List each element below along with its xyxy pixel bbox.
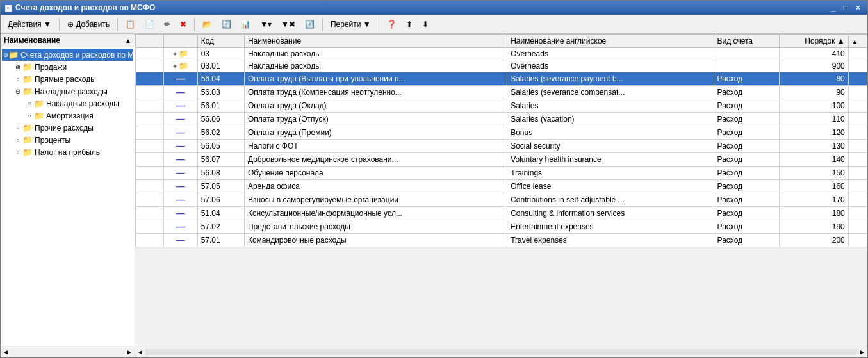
right-scroll-left[interactable]: ◄ xyxy=(137,348,143,355)
maximize-button[interactable]: □ xyxy=(840,3,851,13)
expander-root[interactable]: ⊖ xyxy=(3,51,8,60)
expander-sales[interactable]: ⊕ xyxy=(13,63,22,72)
scroll-up-right[interactable]: ▲ xyxy=(852,38,858,45)
table-row[interactable]: —56.03Оплата труда (Компенсация неотгуле… xyxy=(136,86,867,99)
expander-interest[interactable]: ○ xyxy=(13,136,22,145)
cell-vid: Расход xyxy=(714,234,780,247)
up-button[interactable]: ⬆ xyxy=(402,18,416,31)
cell-name: Оплата труда (Выплаты при увольнении п..… xyxy=(244,72,507,86)
left-scroll-left[interactable]: ◄ xyxy=(3,348,9,355)
add-button[interactable]: ⊕ Добавить xyxy=(63,18,113,31)
minimize-button[interactable]: _ xyxy=(828,3,839,13)
refresh-icon: 🔄 xyxy=(222,20,231,29)
move-down-button[interactable]: ▼▾ xyxy=(256,18,275,31)
expander-overhead2[interactable]: ○ xyxy=(25,99,34,108)
close-button[interactable]: × xyxy=(853,3,864,13)
cell-name-en: Travel expenses xyxy=(507,234,714,247)
cell-row-icon: — xyxy=(163,86,197,99)
folder-row-icon: 📁 xyxy=(179,49,188,58)
cell-vid: Расход xyxy=(714,86,780,99)
tree-item-overhead2[interactable]: ○ 📁 Накладные расходы xyxy=(2,97,133,110)
help-icon: ❓ xyxy=(387,20,397,29)
cell-code: 56.01 xyxy=(197,99,244,113)
expander-direct[interactable]: ○ xyxy=(13,75,22,84)
cell-order: 80 xyxy=(780,72,849,86)
open-button[interactable]: 📂 xyxy=(199,18,216,31)
tree-item-amort[interactable]: ○ 📁 Амортизация xyxy=(2,110,133,122)
copy-button[interactable]: 📋 xyxy=(122,18,139,31)
sort-button[interactable]: 🔃 xyxy=(301,18,318,31)
scroll-up-arrow[interactable]: ▲ xyxy=(125,37,131,44)
table-row[interactable]: —56.05Налоги с ФОТSocial securityРасход1… xyxy=(136,140,867,153)
horizontal-scrollbar[interactable] xyxy=(145,349,857,355)
cell-num xyxy=(136,193,164,207)
cell-last xyxy=(848,220,867,234)
cell-name-en: Salaries (severance compensat... xyxy=(507,86,714,99)
minus-icon: — xyxy=(176,168,185,178)
minus-icon: — xyxy=(176,141,185,151)
tree-label-other: Прочие расходы xyxy=(35,124,94,133)
cell-code: 57.02 xyxy=(197,220,244,234)
cell-vid: Расход xyxy=(714,126,780,140)
filter-button[interactable]: ▼✖ xyxy=(277,18,299,31)
refresh-button[interactable]: 🔄 xyxy=(218,18,235,31)
cell-name-en: Overheads xyxy=(507,60,714,72)
expander-overhead[interactable]: ⊖ xyxy=(13,87,22,96)
table-row[interactable]: —56.08Обучение персоналаTrainingsРасход1… xyxy=(136,167,867,180)
col-order-label: Порядок ▲ xyxy=(805,37,844,45)
help-button[interactable]: ❓ xyxy=(383,18,400,31)
table-row[interactable]: —56.07Добровольное медицинское страхован… xyxy=(136,153,867,167)
table-row[interactable]: —57.01Командировочные расходыTravel expe… xyxy=(136,234,867,247)
col-header-name-en[interactable]: Наименование английское xyxy=(507,35,714,48)
cell-num xyxy=(136,60,164,72)
paste-button[interactable]: 📄 xyxy=(141,18,158,31)
col-header-order[interactable]: Порядок ▲ xyxy=(780,35,849,48)
col-header-name[interactable]: Наименование xyxy=(244,35,507,48)
tree-item-overhead[interactable]: ⊖ 📁 Накладные расходы xyxy=(2,85,133,97)
tree-item-tax[interactable]: ○ 📁 Налог на прибыль xyxy=(2,146,133,158)
col-header-code[interactable]: Код xyxy=(197,35,244,48)
edit-button[interactable]: ✏ xyxy=(160,18,174,31)
table-row[interactable]: —56.06Оплата труда (Отпуск)Salaries (vac… xyxy=(136,113,867,126)
cell-name: Командировочные расходы xyxy=(244,234,507,247)
cell-num xyxy=(136,86,164,99)
cell-name-en: Overheads xyxy=(507,48,714,60)
expander-amort[interactable]: ○ xyxy=(25,111,34,120)
table-row[interactable]: —56.04Оплата труда (Выплаты при увольнен… xyxy=(136,72,867,86)
folder-icon-root: 📁 xyxy=(8,50,19,60)
table-row[interactable]: —57.06Взносы в саморегулируемые организа… xyxy=(136,193,867,207)
goto-button[interactable]: Перейти ▼ xyxy=(327,18,375,31)
actions-button[interactable]: Действия ▼ xyxy=(4,18,55,31)
delete-button[interactable]: ✖ xyxy=(176,18,190,31)
cell-code: 56.02 xyxy=(197,126,244,140)
cell-code: 57.06 xyxy=(197,193,244,207)
table-row[interactable]: ✦📁03.01Накладные расходыOverheads900 xyxy=(136,60,867,72)
right-scroll-right[interactable]: ► xyxy=(859,348,865,355)
cell-order: 200 xyxy=(780,234,849,247)
expander-tax[interactable]: ○ xyxy=(13,148,22,157)
tree-item-sales[interactable]: ⊕ 📁 Продажи xyxy=(2,61,133,73)
table-row[interactable]: —56.01Оплата труда (Оклад)SalariesРасход… xyxy=(136,99,867,113)
tree-item-root[interactable]: ⊖ 📁 Счета доходов и расходов по МСФО xyxy=(2,49,133,61)
tree-item-direct[interactable]: ○ 📁 Прямые расходы xyxy=(2,73,133,85)
tree-item-other[interactable]: ○ 📁 Прочие расходы xyxy=(2,122,133,134)
table-row[interactable]: —57.02Представительские расходыEntertain… xyxy=(136,220,867,234)
table-row[interactable]: —51.04Консультационные/информационные ус… xyxy=(136,207,867,220)
minus-icon: — xyxy=(176,208,185,218)
move-down-icon: ▼▾ xyxy=(260,20,272,29)
left-scroll-right[interactable]: ► xyxy=(126,348,133,355)
table-row[interactable]: —57.05Аренда офисаOffice leaseРасход160 xyxy=(136,180,867,193)
cell-order: 190 xyxy=(780,220,849,234)
tree-label-overhead: Накладные расходы xyxy=(35,87,108,96)
report-button[interactable]: 📊 xyxy=(237,18,254,31)
tree-item-interest[interactable]: ○ 📁 Проценты xyxy=(2,134,133,146)
cell-code: 56.06 xyxy=(197,113,244,126)
col-header-num xyxy=(136,35,164,48)
expander-other[interactable]: ○ xyxy=(13,124,22,133)
table-row[interactable]: ✦📁03Накладные расходыOverheads410 xyxy=(136,48,867,60)
table-row[interactable]: —56.02Оплата труда (Премии)BonusРасход12… xyxy=(136,126,867,140)
cell-vid: Расход xyxy=(714,140,780,153)
col-header-vid[interactable]: Вид счета xyxy=(714,35,780,48)
cell-num xyxy=(136,72,164,86)
down-button[interactable]: ⬇ xyxy=(418,18,432,31)
